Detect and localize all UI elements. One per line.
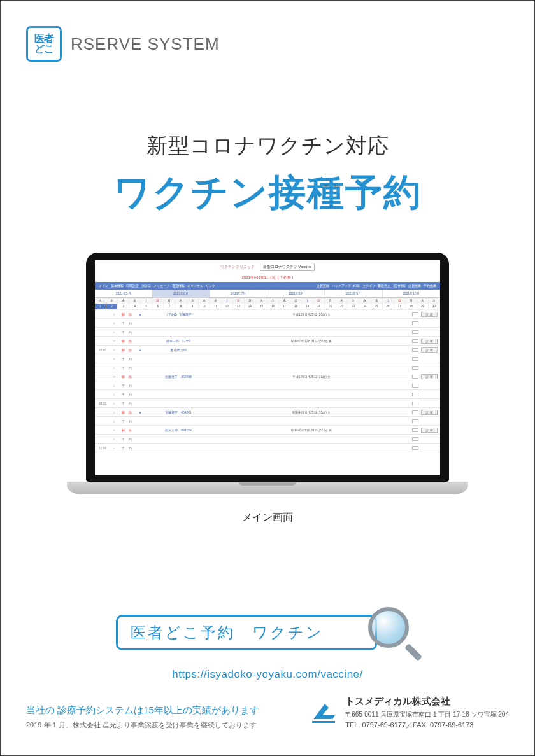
row-patient-name: 遷 山田太郎 xyxy=(143,348,213,352)
nav-item: 基本情報 xyxy=(111,284,124,288)
weekday-cell: 水 xyxy=(106,298,118,304)
daynum-cell: 6 xyxy=(152,304,164,310)
footer-right: トスメディカル株式会社 〒665-0011 兵庫県宝塚市南口 1 丁目 17-1… xyxy=(310,696,509,730)
daynum-cell: 17 xyxy=(279,304,290,310)
row-status: 解 除 xyxy=(118,410,137,414)
weekday-cell: 日 xyxy=(233,298,245,304)
nav-item: 会員登録 xyxy=(317,284,329,288)
daynum-cell: 8 xyxy=(175,304,187,310)
weekday-cell: 水 xyxy=(187,298,199,304)
app-date-line: 2021年06月01日(火) [ 予約枠 ] xyxy=(95,274,440,282)
row-bullet-icon: ● xyxy=(137,348,143,352)
row-patient-info: 昭和40年11月11日 (55歳) 男 xyxy=(213,428,410,432)
weekday-cell: 火 xyxy=(417,298,429,304)
nav-item: 統計情報 xyxy=(393,284,406,288)
row-status: 解 除 xyxy=(118,312,137,316)
weekday-cell: 木 xyxy=(118,298,129,304)
daynum-cell: 12 xyxy=(222,304,233,310)
nav-item: 予約検索 xyxy=(424,284,436,288)
daynum-cell: 9 xyxy=(187,304,199,310)
row-patient-name: 西宮太郎 893154 xyxy=(143,428,213,432)
row-star-icon: ○ xyxy=(110,402,118,405)
laptop-base xyxy=(67,482,468,494)
weekday-cell: 土 xyxy=(141,298,152,304)
logo-text-1: 医者 xyxy=(34,34,54,44)
weekday-cell: 月 xyxy=(245,298,256,304)
daynum-cell: 4 xyxy=(129,304,141,310)
row-star-icon: ☆ xyxy=(110,312,118,316)
reservation-row: ☆予 約 xyxy=(95,354,440,363)
row-patient-name: 宝塚花子 454201 xyxy=(143,410,213,414)
hero: 新型コロナワクチン対応 ワクチン接種予約 xyxy=(1,132,534,218)
row-status: 予 約 xyxy=(118,357,137,361)
search-text: 医者どこ予約 ワクチン xyxy=(131,622,324,643)
row-status: 解 除 xyxy=(118,375,137,379)
nav-item: 運営情報 xyxy=(172,284,185,288)
row-checkbox xyxy=(412,375,418,379)
row-diag-button: 診 断 xyxy=(421,428,438,433)
row-diag-button: 診 断 xyxy=(421,339,438,344)
weekday-cell: 火 xyxy=(256,298,268,304)
row-status: 解 除 xyxy=(118,428,137,432)
row-time: 11:00 xyxy=(95,446,110,450)
reservation-row: 11:00○予 約 xyxy=(95,444,440,452)
row-time: 10:00 xyxy=(95,348,110,352)
weekday-cell: 金 xyxy=(129,298,141,304)
weekday-cell: 木 xyxy=(279,298,290,304)
reservation-row: 10:30○予 約 xyxy=(95,399,440,408)
weekday-cell: 火 xyxy=(95,298,106,304)
weekday-cell: 水 xyxy=(348,298,359,304)
daynum-cell: 20 xyxy=(313,304,325,310)
company-address: 〒665-0011 兵庫県宝塚市南口 1 丁目 17-18 ソワ宝塚 204 xyxy=(345,710,509,719)
row-checkbox xyxy=(412,366,418,370)
footer: 当社の 診療予約システムは15年以上の実績があります 2019 年 1 月、株式… xyxy=(1,696,534,730)
reservation-row: ☆解 除佐藤恵子 302488平成12年8月25日 (21歳) 女診 断 xyxy=(95,372,440,381)
month-tab: 2021年10月 xyxy=(383,290,440,297)
reservation-row: ☆予 約 xyxy=(95,319,440,328)
laptop-bezel: ワクチンクリニック 新型コロナワクチン Vaccine 2021年06月01日(… xyxy=(86,253,449,482)
reservation-row: ☆解 除●宝塚花子 454201昭和40年8月25日 (55歳) 女診 断 xyxy=(95,408,440,417)
row-star-icon: ☆ xyxy=(110,375,118,379)
company-name: トスメディカル株式会社 xyxy=(345,696,509,708)
row-diag-button: 診 断 xyxy=(421,410,438,415)
nav-item: 印刷 xyxy=(353,284,360,288)
app-screenshot: ワクチンクリニック 新型コロナワクチン Vaccine 2021年06月01日(… xyxy=(95,260,440,475)
row-star-icon: ○ xyxy=(110,446,118,450)
row-checkbox xyxy=(412,446,418,450)
row-bullet-icon: ● xyxy=(137,410,143,414)
weekday-cell: 月 xyxy=(164,298,175,304)
daynum-cell: 2 xyxy=(106,304,118,310)
reservation-row: ☆解 除鈴木一郎 12357昭和60年12月31日 (35歳) 男診 断 xyxy=(95,337,440,346)
daynum-cell: 27 xyxy=(394,304,406,310)
nav-item: バックアップ xyxy=(332,284,351,288)
row-status: 予 約 xyxy=(118,366,137,370)
weekday-cell: 日 xyxy=(394,298,406,304)
weekday-cell: 水 xyxy=(268,298,279,304)
calendar-daynums: 1234567891011121314151617181920212223242… xyxy=(95,304,440,310)
row-status: 予 約 xyxy=(118,419,137,423)
row-bullet-icon: ● xyxy=(137,312,143,316)
weekday-cell: 金 xyxy=(371,298,383,304)
company-logo-icon xyxy=(310,700,338,725)
reservation-row: ☆解 除西宮太郎 893154昭和40年11月11日 (55歳) 男診 断 xyxy=(95,426,440,435)
daynum-cell: 13 xyxy=(233,304,245,310)
row-checkbox xyxy=(412,330,418,334)
row-star-icon: ☆ xyxy=(110,357,118,361)
row-diag-button: 診 断 xyxy=(421,312,438,317)
reservation-row: 10:00☆解 除●遷 山田太郎診 断 xyxy=(95,346,440,354)
daynum-cell: 26 xyxy=(383,304,394,310)
svg-rect-0 xyxy=(312,721,335,723)
logo-text-2: どこ xyxy=(34,44,54,54)
app-nav: メイン基本情報時間設定休診日メッセージ運営情報オリジナルリンク会員登録バックアッ… xyxy=(95,282,440,290)
weekday-cell: 金 xyxy=(290,298,302,304)
system-name: RSERVE SYSTEM xyxy=(71,34,220,54)
logo-icon: 医者 どこ xyxy=(26,26,62,62)
nav-item: メッセージ xyxy=(153,284,169,288)
row-status: 予 約 xyxy=(118,393,137,396)
row-star-icon: ☆ xyxy=(110,321,118,325)
daynum-cell: 24 xyxy=(359,304,371,310)
weekday-cell: 火 xyxy=(175,298,187,304)
row-star-icon: ☆ xyxy=(110,428,118,432)
row-checkbox xyxy=(412,402,418,405)
daynum-cell: 5 xyxy=(141,304,152,310)
